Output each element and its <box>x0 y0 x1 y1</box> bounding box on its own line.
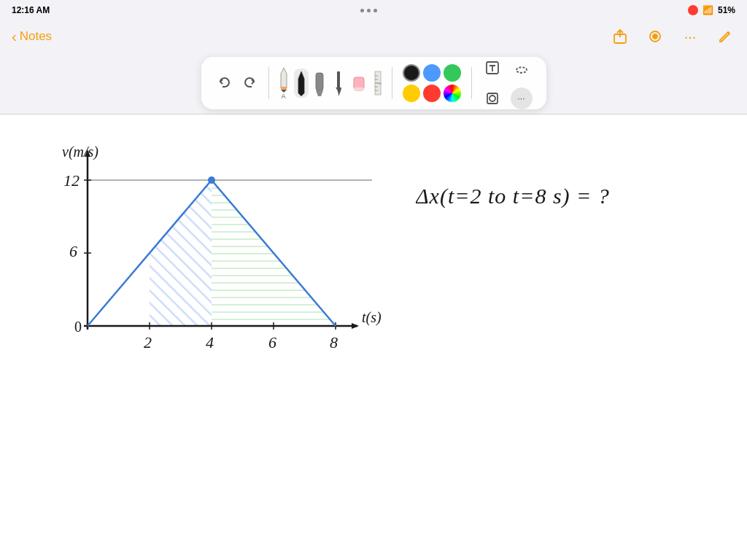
drawing-toolbar: A <box>201 57 546 109</box>
undo-button[interactable] <box>213 71 236 95</box>
export-button[interactable] <box>610 26 630 47</box>
status-bar: 12:16 AM 📶 51% <box>0 0 747 20</box>
more-button[interactable]: ··· <box>511 88 533 109</box>
svg-point-47 <box>208 176 215 184</box>
toolbar-wrapper: A <box>0 52 747 114</box>
svg-text:6: 6 <box>69 242 77 260</box>
svg-text:v(m/s): v(m/s) <box>62 144 98 160</box>
color-palette <box>400 64 464 102</box>
svg-marker-3 <box>281 68 287 88</box>
marker-tool[interactable] <box>311 69 328 98</box>
redo-button[interactable] <box>238 71 261 95</box>
back-chevron-icon: ‹ <box>12 28 17 45</box>
shapes-button[interactable] <box>479 85 506 112</box>
svg-text:0: 0 <box>74 319 82 335</box>
undo-redo-group <box>213 71 261 95</box>
svg-text:8: 8 <box>330 333 338 351</box>
status-right: 📶 51% <box>688 5 735 15</box>
svg-point-22 <box>489 96 495 101</box>
battery-label: 51% <box>718 5 735 15</box>
canvas-area: 6 12 0 2 4 6 8 v(m/s) t(s) Δx(t=2 to t=8… <box>0 114 747 558</box>
color-green[interactable] <box>444 64 461 82</box>
svg-marker-25 <box>150 180 212 326</box>
divider-2 <box>392 67 392 99</box>
svg-point-2 <box>653 34 657 39</box>
dot-2 <box>367 9 371 12</box>
nav-bar: ‹ Notes ··· <box>0 20 747 52</box>
status-center <box>360 9 377 12</box>
compose-button[interactable] <box>715 26 735 47</box>
wifi-icon: 📶 <box>703 5 713 15</box>
svg-text:t(s): t(s) <box>362 309 382 326</box>
svg-rect-8 <box>316 73 323 90</box>
svg-text:12: 12 <box>63 171 80 190</box>
record-icon <box>688 5 698 15</box>
nav-actions: ··· <box>610 26 735 47</box>
brush-tool[interactable] <box>330 69 347 98</box>
color-blue[interactable] <box>423 64 441 82</box>
svg-marker-7 <box>298 93 304 96</box>
ruler-tool[interactable]: 39 <box>371 69 384 98</box>
divider-3 <box>471 67 472 99</box>
lasso-select-button[interactable] <box>508 57 535 83</box>
svg-text:4: 4 <box>206 333 214 351</box>
back-label: Notes <box>20 29 52 44</box>
text-tool-button[interactable] <box>479 55 506 81</box>
velocity-graph: 6 12 0 2 4 6 8 v(m/s) t(s) <box>44 136 409 399</box>
dot-3 <box>374 9 377 12</box>
svg-marker-6 <box>298 71 304 93</box>
svg-marker-31 <box>352 323 359 329</box>
svg-text:Δx(t=2 to t=8 s) = ?: Δx(t=2 to t=8 s) = ? <box>416 184 610 209</box>
svg-rect-10 <box>337 71 340 88</box>
svg-marker-9 <box>316 90 323 96</box>
color-red[interactable] <box>423 85 441 102</box>
svg-rect-4 <box>281 87 287 90</box>
equation-display: Δx(t=2 to t=8 s) = ? <box>416 173 693 218</box>
dot-1 <box>360 9 364 12</box>
back-button[interactable]: ‹ Notes <box>12 28 52 45</box>
svg-text:2: 2 <box>144 333 152 351</box>
color-black[interactable] <box>403 64 420 82</box>
color-yellow[interactable] <box>403 85 420 102</box>
divider-1 <box>268 67 269 99</box>
svg-text:39: 39 <box>379 82 382 85</box>
lasso-button[interactable] <box>645 26 665 47</box>
status-time: 12:16 AM <box>12 5 50 15</box>
pen-tool[interactable] <box>294 69 309 98</box>
svg-rect-12 <box>354 88 364 90</box>
eraser-tool[interactable] <box>349 69 368 98</box>
pencil-tool[interactable]: A <box>276 65 291 101</box>
color-rainbow[interactable] <box>444 85 461 102</box>
pencil-label: A <box>281 93 285 100</box>
ellipsis-button[interactable]: ··· <box>680 26 700 47</box>
svg-text:6: 6 <box>268 333 276 351</box>
